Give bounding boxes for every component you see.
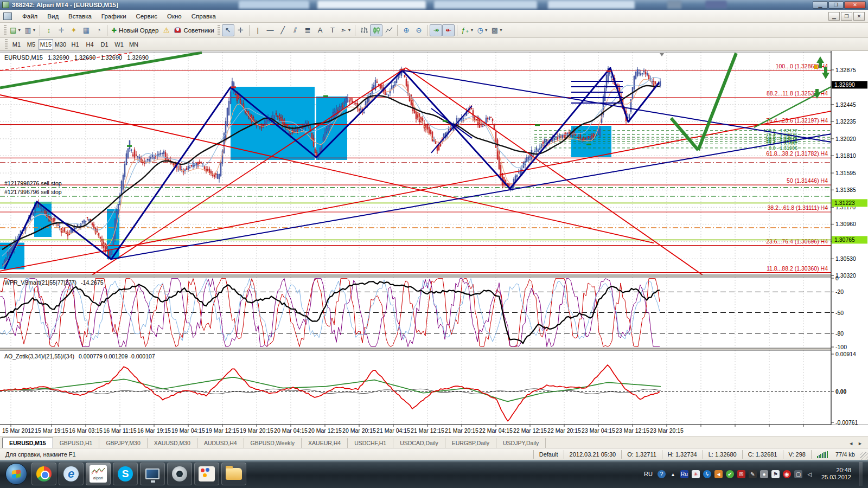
text-label-button[interactable]: T — [327, 24, 339, 36]
icq-tray-icon[interactable]: ✳ — [692, 470, 700, 478]
trendline-button[interactable]: ╱ — [277, 24, 289, 36]
expert-advisors-button[interactable]: Советники — [173, 24, 215, 36]
svg-text:23 Mar 20:15: 23 Mar 20:15 — [650, 427, 684, 434]
action-center-flag-icon[interactable]: ⚑ — [771, 470, 780, 478]
cursor-button[interactable]: ↖ — [222, 24, 234, 36]
start-button[interactable] — [5, 463, 27, 485]
crosshair-button[interactable]: ✛ — [234, 24, 247, 36]
menu-charts[interactable]: Графики — [97, 11, 131, 21]
volume-mixer-icon[interactable]: ◄ — [714, 470, 723, 478]
market-watch-button[interactable]: ↕ — [42, 24, 55, 36]
arrows-button[interactable]: ➣▼ — [339, 24, 353, 36]
taskbar-webcam[interactable] — [167, 463, 192, 485]
tab-eurusd-m15[interactable]: EURUSD,M15 — [2, 438, 53, 448]
status-bar-time: 2012.03.21 05:30 — [564, 450, 622, 459]
vertical-line-button[interactable]: | — [252, 24, 264, 36]
language-indicator[interactable]: RU — [642, 471, 654, 477]
tab-eurgbp-daily[interactable]: EURGBP,Daily — [445, 438, 496, 448]
tabs-scroll-right[interactable]: ► — [858, 441, 863, 446]
bar-chart-button[interactable] — [358, 24, 370, 36]
horizontal-line-button[interactable]: — — [264, 24, 277, 36]
editor-tray-icon[interactable]: ✎ — [749, 470, 757, 478]
taskbar-remote-desktop[interactable] — [140, 463, 165, 485]
tab-xauusd-m30[interactable]: XAUUSD,M30 — [148, 438, 197, 448]
tab-usdjpy-daily[interactable]: USDJPY,Daily — [496, 438, 546, 448]
menu-file[interactable]: Файл — [17, 11, 42, 21]
strategy-tester-button[interactable]: ◔ — [92, 24, 105, 36]
svg-text:0.0 - 1.31906: 0.0 - 1.31906 — [769, 145, 797, 151]
profiles-button[interactable]: ▥▼ — [23, 24, 37, 36]
menu-insert[interactable]: Вставка — [63, 11, 97, 21]
taskbar-explorer[interactable] — [221, 463, 246, 485]
terminal-button[interactable]: ▦ — [80, 24, 92, 36]
timeframe-m1[interactable]: M1 — [9, 39, 24, 50]
data-window-button[interactable]: ✛ — [55, 24, 67, 36]
timeframe-m5[interactable]: M5 — [24, 39, 39, 50]
new-chart-button[interactable]: ▤▼ — [8, 24, 23, 36]
menu-view[interactable]: Вид — [42, 11, 63, 21]
mail-tray-icon[interactable]: ✉ — [737, 470, 745, 478]
wpr-indicator-label: WPR_VSmart(21|55|77|277)-14.2675 — [4, 279, 104, 286]
text-button[interactable]: A — [314, 24, 327, 36]
taskbar-skype[interactable]: S — [113, 463, 138, 485]
tab-xaueur-h4[interactable]: XAUEUR,H4 — [302, 438, 348, 448]
child-close-button[interactable]: ✕ — [853, 12, 865, 21]
chart-canvas[interactable]: 100...0 (1.32868) H488.2...11.8 (1.32533… — [0, 51, 868, 436]
taskbar-chrome[interactable] — [31, 463, 56, 485]
timeframe-m15[interactable]: M15 — [39, 39, 53, 50]
user-agent-tray-icon[interactable]: ● — [760, 470, 768, 478]
help-tray-icon[interactable]: ? — [658, 470, 666, 478]
menu-service[interactable]: Сервис — [131, 11, 162, 21]
tab-gbpjpy-m30[interactable]: GBPJPY,M30 — [99, 438, 147, 448]
timeframe-w1[interactable]: W1 — [112, 39, 126, 50]
recorder-tray-icon[interactable]: ◉ — [783, 470, 791, 478]
antivirus-tray-icon[interactable]: ✔ — [726, 470, 734, 478]
timeframe-h1[interactable]: H1 — [68, 39, 82, 50]
alerts-button[interactable]: ⚠ — [160, 24, 173, 36]
show-desktop-button[interactable] — [859, 462, 863, 486]
taskbar-clock[interactable]: 20:48 25.03.2012 — [817, 467, 856, 481]
auto-scroll-button[interactable]: ↠ — [430, 24, 442, 36]
periods-button[interactable]: ◷▼ — [475, 24, 489, 36]
child-minimize-button[interactable]: ▁ — [828, 12, 840, 21]
equidistant-channel-button[interactable]: ⫽ — [289, 24, 302, 36]
zoom-in-button[interactable]: ⊕ — [400, 24, 412, 36]
show-hidden-icons[interactable]: ▴ — [669, 470, 677, 478]
maximize-button[interactable]: ❐ — [828, 1, 844, 9]
chart-shift-button[interactable]: ↞ — [442, 24, 455, 36]
chart-workspace[interactable]: 100...0 (1.32868) H488.2...11.8 (1.32533… — [0, 51, 868, 436]
indicators-button[interactable]: ƒ₊▼ — [459, 24, 475, 36]
navigator-button[interactable]: ✦ — [67, 24, 80, 36]
downloader-tray-icon[interactable]: ϟ — [703, 470, 711, 478]
timeframe-m30[interactable]: M30 — [53, 39, 68, 50]
network-tray-icon[interactable]: ▢ — [794, 470, 802, 478]
timeframe-d1[interactable]: D1 — [97, 39, 112, 50]
menu-help[interactable]: Справка — [187, 11, 221, 21]
punto-switcher-icon[interactable]: Ru — [680, 470, 688, 478]
child-restore-button[interactable]: ❐ — [841, 12, 852, 21]
tab-usdchf-h1[interactable]: USDCHF,H1 — [348, 438, 393, 448]
zoom-out-button[interactable]: ⊖ — [412, 24, 425, 36]
speaker-tray-icon[interactable]: ◁ — [806, 470, 814, 478]
taskbar-alpari-mt4[interactable]: alpari — [86, 463, 111, 485]
line-chart-button[interactable] — [382, 24, 395, 36]
candlestick-button[interactable] — [370, 24, 382, 36]
taskbar-paint[interactable] — [194, 463, 219, 485]
tab-gbpusd-weekly[interactable]: GBPUSD,Weekly — [244, 438, 302, 448]
minimize-button[interactable]: ▁ — [813, 1, 828, 9]
fibonacci-button[interactable]: ≣ — [302, 24, 314, 36]
tab-usdcad-daily[interactable]: USDCAD,Daily — [393, 438, 445, 448]
tab-gbpusd-h1[interactable]: GBPUSD,H1 — [53, 438, 100, 448]
timeframe-mn[interactable]: MN — [126, 39, 141, 50]
close-button[interactable]: ✕ — [844, 1, 866, 9]
menu-window[interactable]: Окно — [162, 11, 187, 21]
templates-button[interactable]: ▩▼ — [490, 24, 505, 36]
taskbar-internet-explorer[interactable]: e — [59, 463, 84, 485]
remote-desktop-icon — [145, 468, 159, 479]
status-profile[interactable]: Default — [534, 450, 564, 459]
new-order-button[interactable]: ✚Новый Ордер — [110, 24, 160, 36]
tabs-scroll-left[interactable]: ◄ — [848, 441, 853, 446]
timeframe-h4[interactable]: H4 — [82, 39, 97, 50]
tab-audusd-h4[interactable]: AUDUSD,H4 — [197, 438, 244, 448]
resize-grip[interactable] — [860, 452, 868, 460]
